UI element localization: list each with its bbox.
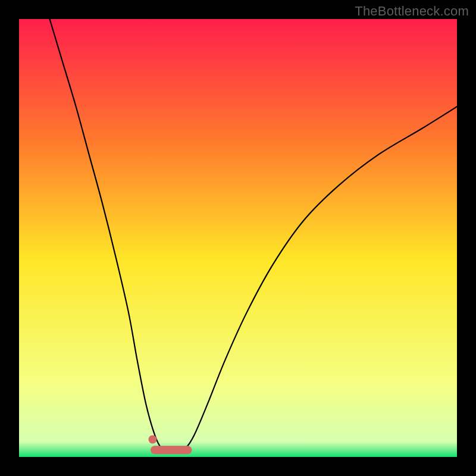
chart-frame: TheBottleneck.com xyxy=(0,0,476,476)
watermark-text: TheBottleneck.com xyxy=(355,4,469,19)
gradient-background xyxy=(19,19,457,457)
chart-svg xyxy=(19,19,457,457)
plot-area xyxy=(19,19,457,457)
valley-marker-dot xyxy=(148,436,156,444)
